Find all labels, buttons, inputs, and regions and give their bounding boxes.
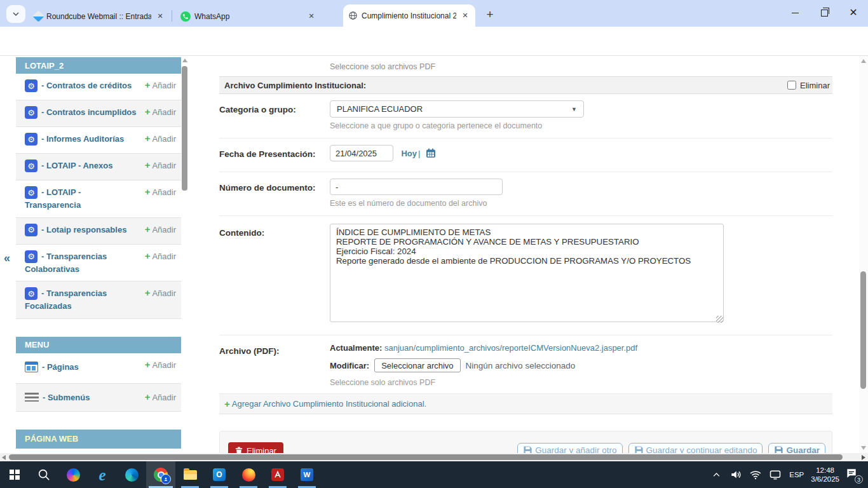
scroll-right-arrow[interactable] xyxy=(862,455,865,460)
delete-checkbox-label: Eliminar xyxy=(800,81,830,90)
sidebar-item-informes-auditorias[interactable]: ⚙- Informes Auditorías +Añadir xyxy=(16,127,181,154)
taskbar-word-button[interactable]: W xyxy=(292,461,322,488)
sidebar-collapse-button[interactable]: « xyxy=(4,252,10,265)
sidebar-item-transparencias-colaborativas[interactable]: ⚙- Transparencias Colaborativas +Añadir xyxy=(16,245,181,282)
scroll-up-arrow[interactable] xyxy=(861,59,866,63)
tab-close-icon[interactable]: ✕ xyxy=(155,11,165,22)
gear-icon: ⚙ xyxy=(25,133,37,146)
minimize-button[interactable] xyxy=(780,0,810,25)
sidebar-scrollbar-thumb[interactable] xyxy=(182,66,187,191)
field-label: Número de documento: xyxy=(219,179,330,208)
selected-option: PLANIFICA ECUADOR xyxy=(337,104,571,114)
tray-expand-button[interactable] xyxy=(709,468,723,482)
add-link[interactable]: +Añadir xyxy=(145,391,176,402)
save-and-add-button[interactable]: Guardar y añadir otro xyxy=(517,443,622,453)
choose-file-button[interactable]: Seleccionar archivo xyxy=(374,358,460,372)
plus-icon: + xyxy=(145,133,151,144)
taskbar-explorer-button[interactable] xyxy=(175,461,205,488)
today-link[interactable]: Hoy xyxy=(401,149,417,158)
sidebar-item-label[interactable]: - Contratos de créditos xyxy=(41,81,132,90)
save-and-continue-button[interactable]: Guardar y continuar editando xyxy=(628,443,763,453)
delete-button[interactable]: Eliminar xyxy=(228,442,283,453)
taskbar-chrome-button[interactable] xyxy=(146,461,175,488)
sidebar-item-label[interactable]: - Informes Auditorías xyxy=(41,134,124,144)
sidebar-item-paginas[interactable]: - Páginas +Añadir xyxy=(16,353,181,384)
numero-input[interactable] xyxy=(330,179,503,195)
currently-label: Actualmente: xyxy=(330,343,382,353)
sidebar-item-lotaip-responsables[interactable]: ⚙- Lotaip responsables +Añadir xyxy=(16,218,181,245)
add-link[interactable]: +Añadir xyxy=(145,133,176,144)
volume-button[interactable] xyxy=(729,468,743,482)
taskbar-clock[interactable]: 12:48 3/6/2025 xyxy=(811,466,839,484)
sidebar-scroll-up-arrow[interactable] xyxy=(182,58,187,62)
taskbar-search-button[interactable] xyxy=(29,461,58,488)
start-button[interactable] xyxy=(0,461,29,488)
add-link[interactable]: +Añadir xyxy=(145,287,176,298)
add-link[interactable]: +Añadir xyxy=(145,106,176,117)
horizontal-scrollbar-thumb[interactable] xyxy=(9,454,843,460)
vertical-scrollbar[interactable] xyxy=(859,56,868,453)
sidebar-item-contratos-creditos[interactable]: ⚙- Contratos de créditos +Añadir xyxy=(16,74,181,100)
calendar-button[interactable] xyxy=(426,148,436,161)
add-link[interactable]: +Añadir xyxy=(145,224,176,234)
delete-checkbox[interactable] xyxy=(787,81,796,90)
add-inline-link[interactable]: Agregar Archivo Cumplimiento Institucion… xyxy=(232,399,426,409)
speaker-icon xyxy=(729,468,742,481)
add-link[interactable]: +Añadir xyxy=(145,79,176,90)
taskbar-outlook-button[interactable]: O xyxy=(205,461,234,488)
sidebar-item-label[interactable]: - Submenús xyxy=(43,393,90,402)
taskbar-firefox-button[interactable] xyxy=(234,461,263,488)
current-file-link[interactable]: sanjuan/cumplimiento_archivos/reporteICM… xyxy=(384,343,637,353)
sidebar-item-label[interactable]: - Páginas xyxy=(42,362,79,372)
sidebar-item-label[interactable]: - LOTAIP - Anexos xyxy=(41,161,112,170)
fecha-input[interactable] xyxy=(330,145,393,161)
add-link[interactable]: +Añadir xyxy=(145,359,176,370)
taskbar-acrobat-button[interactable] xyxy=(263,461,292,488)
taskbar-copilot-button[interactable] xyxy=(58,461,88,488)
horizontal-scrollbar[interactable] xyxy=(0,453,868,461)
taskbar-ie-button[interactable]: e xyxy=(88,461,117,488)
phone-icon xyxy=(182,13,189,20)
plus-icon: + xyxy=(145,391,151,402)
sidebar-item-contratos-incumplidos[interactable]: ⚙- Contratos incumplidos +Añadir xyxy=(16,100,181,127)
contenido-textarea[interactable]: ÍNDICE DE CUMPLIMIENTO DE METAS REPORTE … xyxy=(330,224,724,322)
sidebar-item-transparencias-focalizadas[interactable]: ⚙- Transparencias Focalizadas +Añadir xyxy=(16,281,181,319)
chrome-icon xyxy=(154,468,168,482)
tab-search-button[interactable] xyxy=(6,5,25,23)
web-page: « LOTAIP_2 ⚙- Contratos de créditos +Aña… xyxy=(0,56,868,453)
network-button[interactable] xyxy=(749,468,763,482)
sidebar-item-lotaip-transparencia[interactable]: ⚙- LOTAIP - Transparencia +Añadir xyxy=(16,180,181,218)
tab-divider xyxy=(172,10,172,22)
categoria-select[interactable]: PLANIFICA ECUADOR ▼ xyxy=(330,100,584,118)
tab-cumplimiento-active[interactable]: Cumplimiento Institucional 202 ✕ xyxy=(343,4,475,27)
add-label: Añadir xyxy=(152,393,176,402)
close-button[interactable]: ✕ xyxy=(839,0,868,25)
add-link[interactable]: +Añadir xyxy=(145,159,176,170)
sidebar-item-label[interactable]: - Lotaip responsables xyxy=(41,225,126,234)
notification-center-button[interactable]: 3 xyxy=(845,467,862,482)
taskbar-edge-button[interactable] xyxy=(117,461,146,488)
add-link[interactable]: +Añadir xyxy=(145,186,176,197)
vertical-scrollbar-thumb[interactable] xyxy=(860,271,866,389)
sidebar-item-lotaip-anexos[interactable]: ⚙- LOTAIP - Anexos +Añadir xyxy=(16,154,181,180)
tab-roundcube[interactable]: Roundcube Webmail :: Entrada ✕ xyxy=(29,6,170,27)
sidebar-item-pagina-web[interactable]: +Añadir xyxy=(16,449,181,454)
tab-close-icon[interactable]: ✕ xyxy=(306,11,316,22)
sidebar-item-label[interactable]: - Contratos incumplidos xyxy=(41,107,137,117)
tab-title: Cumplimiento Institucional 202 xyxy=(362,11,456,20)
tab-whatsapp[interactable]: WhatsApp ✕ xyxy=(175,6,322,27)
maximize-button[interactable] xyxy=(810,0,839,25)
new-tab-button[interactable]: + xyxy=(482,6,498,23)
field-row-categoria: Categoria o grupo: PLANIFICA ECUADOR ▼ S… xyxy=(219,94,832,139)
tab-close-icon[interactable]: ✕ xyxy=(460,11,470,21)
gear-icon: ⚙ xyxy=(25,224,37,236)
save-button[interactable]: Guardar xyxy=(768,443,825,453)
sidebar-item-submenus[interactable]: - Submenús +Añadir xyxy=(16,384,181,412)
resize-handle[interactable] xyxy=(716,316,723,323)
add-link[interactable]: +Añadir xyxy=(145,250,176,261)
scroll-left-arrow[interactable] xyxy=(2,455,6,460)
language-indicator[interactable]: ESP xyxy=(788,471,805,478)
profile-badge-icon xyxy=(161,474,171,484)
scroll-down-arrow[interactable] xyxy=(861,446,866,450)
connect-button[interactable] xyxy=(768,468,782,482)
